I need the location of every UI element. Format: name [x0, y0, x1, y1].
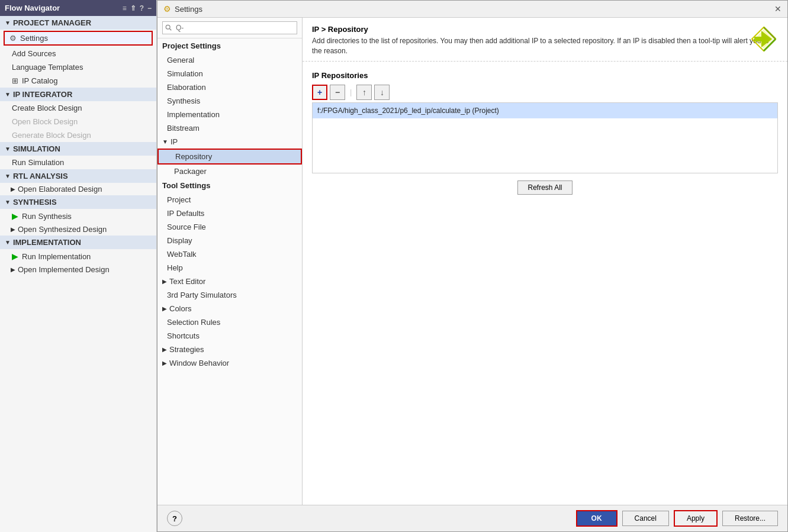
fn-icon-up[interactable]: ⇑ [130, 4, 136, 12]
tree-ip-section[interactable]: ▼ IP [157, 135, 302, 149]
fn-item-run-synthesis-label: Run Synthesis [22, 212, 72, 221]
tree-item-repository-label: Repository [175, 152, 212, 161]
fn-section-label-rtl-analysis: RTL ANALYSIS [13, 172, 68, 180]
tree-section-project-settings: Project Settings [157, 38, 302, 53]
caret-down-icon: ▼ [5, 20, 11, 26]
dialog-title: ⚙ Settings [163, 4, 202, 14]
flow-navigator-header: Flow Navigator ≡ ⇑ ? − [0, 0, 156, 16]
fn-section-project-manager[interactable]: ▼ PROJECT MANAGER [0, 16, 156, 30]
plus-icon: ⊞ [12, 76, 18, 85]
tree-item-text-editor[interactable]: ▶ Text Editor [157, 275, 302, 288]
fn-item-add-sources-label: Add Sources [12, 49, 56, 58]
fn-section-label-synthesis: SYNTHESIS [13, 198, 57, 207]
caret-down-icon: ▼ [5, 173, 11, 179]
tree-item-webtalk-label: WebTalk [167, 250, 197, 259]
fn-item-open-synthesized-design[interactable]: ▶ Open Synthesized Design [0, 223, 156, 236]
add-repo-button[interactable]: + [312, 85, 327, 100]
fn-section-rtl-analysis[interactable]: ▼ RTL ANALYSIS [0, 169, 156, 183]
tree-item-selection-rules[interactable]: Selection Rules [157, 315, 302, 329]
toolbar-separator: | [350, 88, 352, 96]
tree-item-display[interactable]: Display [157, 234, 302, 247]
fn-item-open-implemented-design[interactable]: ▶ Open Implemented Design [0, 263, 156, 276]
tree-item-text-editor-label: Text Editor [169, 277, 205, 286]
tree-item-packager[interactable]: Packager [157, 165, 302, 178]
tree-item-source-file-label: Source File [167, 223, 206, 231]
dialog-close-button[interactable]: ✕ [774, 4, 781, 14]
fn-item-open-block-design[interactable]: Open Block Design [0, 115, 156, 128]
tree-item-synthesis[interactable]: Synthesis [157, 94, 302, 108]
tree-item-window-behavior[interactable]: ▶ Window Behavior [157, 356, 302, 370]
tree-search-input[interactable] [162, 21, 297, 34]
tree-item-colors[interactable]: ▶ Colors [157, 302, 302, 315]
tree-item-shortcuts[interactable]: Shortcuts [157, 329, 302, 343]
fn-item-create-block-design[interactable]: Create Block Design [0, 101, 156, 115]
move-up-button[interactable]: ↑ [356, 85, 372, 100]
tree-item-project-label: Project [167, 195, 191, 204]
tree-item-webtalk[interactable]: WebTalk [157, 247, 302, 261]
tree-item-window-behavior-label: Window Behavior [169, 359, 229, 367]
ip-repositories-label: IP Repositories [312, 71, 778, 80]
tree-item-elaboration-label: Elaboration [167, 83, 206, 92]
fn-item-run-simulation[interactable]: Run Simulation [0, 156, 156, 169]
fn-item-generate-block-design[interactable]: Generate Block Design [0, 128, 156, 142]
tree-item-bitstream-label: Bitstream [167, 124, 200, 133]
remove-repo-button[interactable]: − [330, 85, 345, 100]
fn-section-ip-integrator[interactable]: ▼ IP INTEGRATOR [0, 88, 156, 101]
tree-item-project[interactable]: Project [157, 193, 302, 207]
fn-item-run-synthesis[interactable]: ▶ Run Synthesis [0, 209, 156, 223]
tree-item-help-label: Help [167, 263, 183, 272]
apply-button[interactable]: Apply [674, 510, 718, 527]
caret-down-icon: ▼ [5, 199, 11, 205]
fn-item-open-elaborated-design[interactable]: ▶ Open Elaborated Design [0, 183, 156, 195]
tree-item-elaboration[interactable]: Elaboration [157, 80, 302, 94]
tree-item-implementation-label: Implementation [167, 110, 220, 119]
tree-body: Project Settings General Simulation Elab… [157, 38, 302, 505]
ok-button[interactable]: OK [576, 510, 617, 527]
fn-item-language-templates[interactable]: Language Templates [0, 60, 156, 74]
fn-item-settings[interactable]: ⚙ Settings [4, 31, 153, 46]
dialog-body: Project Settings General Simulation Elab… [157, 18, 787, 505]
caret-right-icon: ▶ [11, 266, 15, 273]
fn-item-add-sources[interactable]: Add Sources [0, 47, 156, 60]
tree-item-simulation[interactable]: Simulation [157, 67, 302, 80]
move-down-button[interactable]: ↓ [374, 85, 390, 100]
dialog-title-text: Settings [175, 5, 202, 14]
restore-button[interactable]: Restore... [722, 511, 778, 526]
content-header-inner: IP > Repository Add directories to the l… [312, 25, 778, 56]
refresh-all-button[interactable]: Refresh All [517, 180, 572, 195]
refresh-container: Refresh All [312, 180, 778, 195]
tree-ip-section-label: IP [171, 137, 178, 146]
ip-repo-list: f:/FPGA/high_class_2021/p6_led_ip/calcul… [312, 102, 778, 173]
caret-down-icon: ▼ [5, 91, 11, 98]
help-button[interactable]: ? [167, 511, 182, 526]
tree-item-general[interactable]: General [157, 53, 302, 67]
fn-icon-minimize[interactable]: − [147, 4, 152, 12]
fn-section-implementation[interactable]: ▼ IMPLEMENTATION [0, 236, 156, 249]
tree-item-help[interactable]: Help [157, 261, 302, 275]
ip-repo-toolbar: + − | ↑ ↓ [312, 85, 778, 100]
tree-item-bitstream[interactable]: Bitstream [157, 121, 302, 135]
fn-item-run-implementation-label: Run Implementation [22, 252, 91, 261]
fn-icon-lines[interactable]: ≡ [123, 4, 127, 12]
fn-item-settings-label: Settings [20, 34, 48, 43]
caret-right-icon: ▶ [162, 278, 167, 285]
fn-item-open-block-design-label: Open Block Design [12, 117, 78, 126]
tree-item-strategies[interactable]: ▶ Strategies [157, 343, 302, 356]
tree-item-packager-label: Packager [174, 167, 207, 176]
tree-item-synthesis-label: Synthesis [167, 96, 200, 105]
fn-icon-question[interactable]: ? [140, 4, 144, 12]
cancel-button[interactable]: Cancel [622, 511, 669, 526]
fn-item-run-implementation[interactable]: ▶ Run Implementation [0, 249, 156, 263]
fn-section-synthesis[interactable]: ▼ SYNTHESIS [0, 195, 156, 209]
tree-item-ip-defaults[interactable]: IP Defaults [157, 207, 302, 220]
fn-item-ip-catalog[interactable]: ⊞ IP Catalog [0, 74, 156, 88]
settings-dialog: ⚙ Settings ✕ Project Settings General Si… [157, 0, 788, 532]
tree-item-simulation-label: Simulation [167, 69, 203, 78]
caret-right-icon: ▶ [11, 186, 15, 192]
ip-repo-item[interactable]: f:/FPGA/high_class_2021/p6_led_ip/calcul… [313, 103, 777, 118]
fn-section-simulation[interactable]: ▼ SIMULATION [0, 142, 156, 156]
tree-item-source-file[interactable]: Source File [157, 220, 302, 234]
tree-item-3rd-party-simulators[interactable]: 3rd Party Simulators [157, 288, 302, 302]
tree-item-repository[interactable]: Repository [157, 149, 302, 165]
tree-item-implementation[interactable]: Implementation [157, 108, 302, 121]
